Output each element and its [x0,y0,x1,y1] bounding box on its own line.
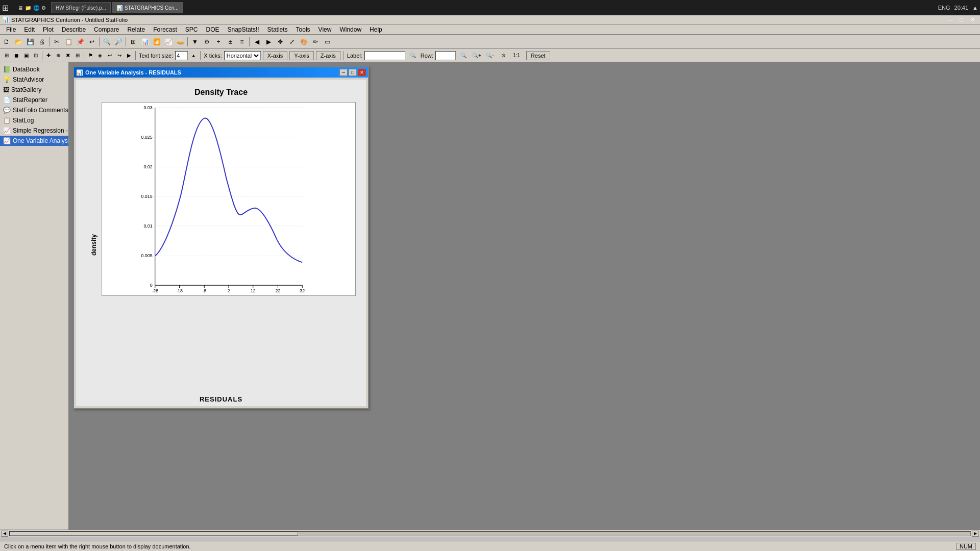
zoom-out-btn[interactable]: 🔍- [484,50,496,61]
toolbar2-btn9[interactable]: ⚑ [86,51,95,60]
toolbar-arrow-left[interactable]: ◀ [251,36,262,47]
toolbar-save[interactable]: 💾 [24,36,36,47]
text-font-size-input[interactable] [175,51,188,60]
app-minimize-btn[interactable]: ─ [946,15,956,24]
toolbar-print[interactable]: 🖨 [36,36,47,47]
sidebar-item-simple-regression[interactable]: 📈 Simple Regression - Puls [0,126,68,136]
label-label: Label: [347,53,362,59]
start-icon[interactable]: ⊞ [2,3,9,13]
toolbar2-btn2[interactable]: ◼ [12,51,21,60]
sidebar-item-statreporter[interactable]: 📄 StatReporter [0,95,68,105]
toolbar2-btn12[interactable]: ↪ [115,51,124,60]
stadvisor-icon: 💡 [3,76,11,83]
sidebar-item-statfolio-comments[interactable]: 💬 StatFolio Comments [0,105,68,115]
menu-describe[interactable]: Describe [58,25,90,34]
scrollbar-right-btn[interactable]: ▶ [972,531,979,537]
toolbar-settings[interactable]: ⚙ [201,36,212,47]
toolbar-undo[interactable]: ↩ [86,36,97,47]
taskbar: ⊞ 🖥📁🌐⚙ HW SRegr (Pulse).p... 📊 STATGRAPH… [0,0,980,15]
toolbar-table[interactable]: ⊞ [128,36,139,47]
toolbar-new[interactable]: 🗋 [1,36,12,47]
toolbar-size[interactable]: ⤢ [286,36,298,47]
menu-plot[interactable]: Plot [39,25,58,34]
toolbar-more1[interactable]: + [213,36,224,47]
app-maximize-btn[interactable]: □ [957,15,966,24]
menu-view[interactable]: View [314,25,336,34]
label-search-icon[interactable]: 🔍 [407,50,419,61]
toolbar2-btn13[interactable]: ▶ [125,51,134,60]
toolbar-barchart[interactable]: 📶 [151,36,162,47]
toolbar2-btn10[interactable]: ◈ [95,51,105,60]
x-axis-btn[interactable]: X-axis [263,51,288,60]
toolbar-more3[interactable]: ≡ [236,36,248,47]
toolbar-pen[interactable]: ✏ [310,36,321,47]
menu-doe[interactable]: DOE [202,25,224,34]
sidebar-simple-regression-label: Simple Regression - Puls [13,127,68,134]
row-input[interactable] [435,51,456,60]
window-close-btn[interactable]: ✕ [358,69,366,76]
zoom-100-btn[interactable]: 1:1 [511,50,522,61]
scrollbar-left-btn[interactable]: ◀ [1,531,8,537]
toolbar-cut[interactable]: ✂ [51,36,62,47]
menu-spc[interactable]: SPC [181,25,202,34]
toolbar-open[interactable]: 📂 [13,36,24,47]
sidebar-item-statlog[interactable]: 📋 StatLog [0,115,68,126]
menu-help[interactable]: Help [365,25,386,34]
toolbar2-btn8[interactable]: ⊞ [73,51,82,60]
window-minimize-btn[interactable]: ─ [339,69,348,76]
toolbar2-btn3[interactable]: ▣ [21,51,31,60]
toolbar-more2[interactable]: ± [225,36,236,47]
app-close-btn[interactable]: ✕ [967,15,978,24]
toolbar2-btn4[interactable]: ⊡ [31,51,40,60]
menu-statlets[interactable]: Statlets [263,25,292,34]
menu-tools[interactable]: Tools [292,25,314,34]
row-search-icon[interactable]: 🔍 [458,50,469,61]
toolbar-paste[interactable]: 📌 [75,36,86,47]
horizontal-scrollbar[interactable]: ◀ ▶ [0,530,980,537]
taskbar-hw-sregr[interactable]: HW SRegr (Pulse).p... [51,2,111,13]
sidebar-item-one-variable[interactable]: 📈 One Variable Analysis - [0,136,68,146]
content-area: 📊 One Variable Analysis - RESIDUALS ─ □ … [69,62,980,530]
toolbar2-font-up[interactable]: ▲ [190,51,197,60]
sidebar-item-stadvisor[interactable]: 💡 StatAdvisor [0,74,68,85]
x-ticks-select[interactable]: Horizontal Vertical Diagonal [224,51,261,60]
toolbar2-btn6[interactable]: ⊕ [54,51,63,60]
toolbar-box[interactable]: ▭ [322,36,333,47]
toolbar-search[interactable]: 🔍 [101,36,112,47]
toolbar-piechart[interactable]: 🥧 [175,36,186,47]
toolbar-color[interactable]: 🎨 [298,36,309,47]
y-axis-btn[interactable]: Y-axis [289,51,314,60]
toolbar-chart[interactable]: 📊 [139,36,151,47]
toolbar-zoom[interactable]: 🔎 [113,36,124,47]
toolbar2-btn11[interactable]: ↩ [105,51,114,60]
window-maximize-btn[interactable]: □ [349,69,357,76]
toolbar-copy[interactable]: 📋 [63,36,74,47]
toolbar-move[interactable]: ✥ [275,36,286,47]
scrollbar-thumb[interactable] [10,532,298,536]
menu-file[interactable]: File [2,25,20,34]
toolbar2-btn5[interactable]: ✚ [44,51,53,60]
reset-btn[interactable]: Reset [526,51,550,60]
simple-regression-icon: 📈 [3,127,11,134]
z-axis-btn[interactable]: Z-axis [316,51,340,60]
taskbar-statgraphics[interactable]: 📊 STATGRAPHICS Cen... [112,2,183,13]
zoom-fit-btn[interactable]: ⊙ [498,50,509,61]
toolbar-linechart[interactable]: 📈 [163,36,174,47]
menu-forecast[interactable]: Forecast [149,25,181,34]
label-input[interactable] [364,51,405,60]
scrollbar-track[interactable] [9,531,971,536]
toolbar2-btn1[interactable]: ⊞ [2,51,11,60]
menu-window[interactable]: Window [335,25,365,34]
toolbar2-btn7[interactable]: ✖ [63,51,72,60]
zoom-in-btn[interactable]: 🔍+ [471,50,482,61]
toolbar-arrow-right[interactable]: ▶ [263,36,274,47]
sidebar-item-statgallery[interactable]: 🖼 StatGallery [0,85,68,95]
toolbar-filter[interactable]: ▼ [189,36,201,47]
sidebar-item-databook[interactable]: 📗 DataBook [0,64,68,74]
menu-relate[interactable]: Relate [123,25,149,34]
menu-edit[interactable]: Edit [20,25,39,34]
menu-compare[interactable]: Compare [90,25,123,34]
menu-snapstats[interactable]: SnapStats!! [224,25,263,34]
menu-bar: File Edit Plot Describe Compare Relate F… [0,24,980,35]
taskbar-time: 20:41 [954,5,969,11]
